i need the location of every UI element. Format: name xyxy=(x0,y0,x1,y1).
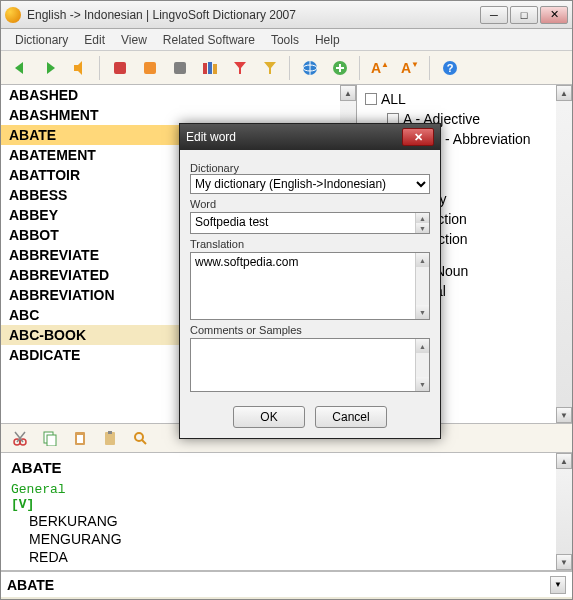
dialog-body: Dictionary My dictionary (English->Indon… xyxy=(180,150,440,438)
pos-scrollbar[interactable]: ▲ ▼ xyxy=(556,85,572,423)
tree-label: ALL xyxy=(381,89,406,109)
scroll-down-icon[interactable]: ▼ xyxy=(556,407,572,423)
app-icon xyxy=(5,7,21,23)
search-icon[interactable] xyxy=(127,425,153,451)
menu-related-software[interactable]: Related Software xyxy=(155,31,263,49)
tree-node-all[interactable]: ALL xyxy=(365,89,564,109)
filter-funnel-icon[interactable] xyxy=(257,55,283,81)
lookup-input[interactable] xyxy=(7,577,550,593)
translation-value: www.softpedia.com xyxy=(195,255,298,269)
book-red-icon[interactable] xyxy=(107,55,133,81)
category-label: General xyxy=(11,482,562,497)
menu-edit[interactable]: Edit xyxy=(76,31,113,49)
forward-nav-icon[interactable] xyxy=(37,55,63,81)
scroll-up-icon[interactable]: ▲ xyxy=(340,85,356,101)
svg-rect-5 xyxy=(213,64,217,74)
scroll-track[interactable] xyxy=(556,469,572,554)
svg-rect-1 xyxy=(144,62,156,74)
dialog-titlebar[interactable]: Edit word ✕ xyxy=(180,124,440,150)
font-up-icon[interactable]: A▲ xyxy=(367,55,393,81)
scroll-up-icon[interactable]: ▲ xyxy=(415,339,429,353)
window-title: English -> Indonesian | LingvoSoft Dicti… xyxy=(27,8,478,22)
copy-icon[interactable] xyxy=(37,425,63,451)
word-input[interactable]: Softpedia test ▲▼ xyxy=(190,212,430,234)
toolbar-separator xyxy=(429,56,431,80)
comments-label: Comments or Samples xyxy=(190,324,430,336)
cut-icon[interactable] xyxy=(7,425,33,451)
svg-rect-15 xyxy=(47,435,56,446)
titlebar: English -> Indonesian | LingvoSoft Dicti… xyxy=(1,1,572,29)
toolbar-separator xyxy=(99,56,101,80)
translation-item: REDA xyxy=(11,548,562,566)
translation-input[interactable]: www.softpedia.com ▲▼ xyxy=(190,252,430,320)
scroll-down-icon[interactable]: ▼ xyxy=(556,554,572,570)
back-nav-icon[interactable] xyxy=(7,55,33,81)
menu-dictionary[interactable]: Dictionary xyxy=(7,31,76,49)
svg-line-21 xyxy=(142,440,146,444)
scroll-down-icon[interactable]: ▼ xyxy=(415,223,429,233)
speak-icon[interactable] xyxy=(67,55,93,81)
word-label: Word xyxy=(190,198,430,210)
scroll-down-icon[interactable]: ▼ xyxy=(415,377,429,391)
scroll-up-icon[interactable]: ▲ xyxy=(415,253,429,267)
minimize-button[interactable]: ─ xyxy=(480,6,508,24)
dialog-close-button[interactable]: ✕ xyxy=(402,128,434,146)
main-toolbar: A▲ A▼ ? xyxy=(1,51,572,85)
menu-view[interactable]: View xyxy=(113,31,155,49)
paste-icon[interactable] xyxy=(67,425,93,451)
translation-pane: ABATE General [V] BERKURANGMENGURANGREDA… xyxy=(1,453,572,571)
svg-rect-2 xyxy=(174,62,186,74)
scroll-up-icon[interactable]: ▲ xyxy=(556,453,572,469)
clipboard-icon[interactable] xyxy=(97,425,123,451)
headword: ABATE xyxy=(11,459,562,476)
maximize-button[interactable]: □ xyxy=(510,6,538,24)
translation-label: Translation xyxy=(190,238,430,250)
toolbar-separator xyxy=(359,56,361,80)
svg-rect-0 xyxy=(114,62,126,74)
main-window: English -> Indonesian | LingvoSoft Dicti… xyxy=(0,0,573,600)
dialog-title: Edit word xyxy=(186,130,402,144)
scroll-up-icon[interactable]: ▲ xyxy=(556,85,572,101)
menubar: Dictionary Edit View Related Software To… xyxy=(1,29,572,51)
detail-scrollbar[interactable]: ▲ ▼ xyxy=(556,453,572,570)
translation-item: MEREDA xyxy=(11,566,562,571)
checkbox-icon[interactable] xyxy=(365,93,377,105)
pos-label: [V] xyxy=(11,497,562,512)
word-list-item[interactable]: ABASHED xyxy=(1,85,356,105)
font-down-icon[interactable]: A▼ xyxy=(397,55,423,81)
dictionary-label: Dictionary xyxy=(190,162,430,174)
edit-word-dialog: Edit word ✕ Dictionary My dictionary (En… xyxy=(179,123,441,439)
translation-item: MENGURANG xyxy=(11,530,562,548)
books-icon[interactable] xyxy=(197,55,223,81)
svg-rect-3 xyxy=(203,63,207,74)
scroll-up-icon[interactable]: ▲ xyxy=(415,213,429,223)
svg-rect-17 xyxy=(77,435,83,443)
toolbar-separator xyxy=(289,56,291,80)
ok-button[interactable]: OK xyxy=(233,406,305,428)
scroll-track[interactable] xyxy=(556,101,572,407)
svg-rect-4 xyxy=(208,62,212,74)
svg-point-20 xyxy=(135,433,143,441)
translation-item: BERKURANG xyxy=(11,512,562,530)
book-orange-icon[interactable] xyxy=(137,55,163,81)
scroll-down-icon[interactable]: ▼ xyxy=(415,305,429,319)
globe-icon[interactable] xyxy=(297,55,323,81)
svg-rect-19 xyxy=(108,431,112,434)
add-icon[interactable] xyxy=(327,55,353,81)
close-button[interactable]: ✕ xyxy=(540,6,568,24)
comments-input[interactable]: ▲▼ xyxy=(190,338,430,392)
menu-tools[interactable]: Tools xyxy=(263,31,307,49)
menu-help[interactable]: Help xyxy=(307,31,348,49)
word-list-item[interactable]: ABASHMENT xyxy=(1,105,356,125)
svg-text:?: ? xyxy=(447,62,454,74)
filter-icon[interactable] xyxy=(227,55,253,81)
lookup-bar: ▼ xyxy=(1,571,572,597)
dictionary-select[interactable]: My dictionary (English->Indonesian) xyxy=(190,174,430,194)
dropdown-icon[interactable]: ▼ xyxy=(550,576,566,594)
word-value: Softpedia test xyxy=(195,215,268,229)
help-icon[interactable]: ? xyxy=(437,55,463,81)
book-gray-icon[interactable] xyxy=(167,55,193,81)
cancel-button[interactable]: Cancel xyxy=(315,406,387,428)
